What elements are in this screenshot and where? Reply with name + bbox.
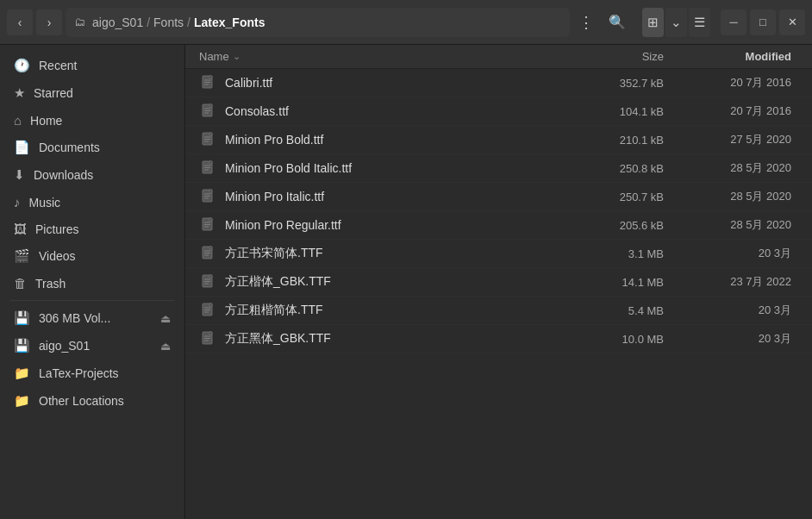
- file-size: 3.1 MB: [574, 247, 678, 260]
- file-name: Consolas.ttf: [225, 104, 574, 118]
- folder-icon: 🗂: [74, 16, 85, 28]
- file-size: 352.7 kB: [574, 77, 678, 90]
- sidebar-icon-aigo: 💾: [14, 338, 30, 353]
- file-name: 方正书宋简体.TTF: [225, 246, 574, 261]
- sidebar-icon-videos: 🎬: [14, 248, 30, 264]
- file-type-icon: [199, 244, 218, 263]
- sidebar-icon-trash: 🗑: [14, 276, 27, 291]
- sidebar-icon-recent: 🕐: [14, 58, 30, 73]
- file-type-icon: [199, 102, 218, 121]
- sidebar-item-pictures[interactable]: 🖼Pictures: [0, 216, 184, 242]
- table-row[interactable]: 方正书宋简体.TTF3.1 MB20 3月: [185, 240, 812, 268]
- grid-view-button[interactable]: ⊞: [642, 8, 664, 37]
- sidebar-icon-downloads: ⬇: [14, 167, 25, 183]
- file-name: 方正楷体_GBK.TTF: [225, 274, 574, 290]
- sidebar-label-volume: 306 MB Vol...: [39, 311, 110, 325]
- svg-rect-1: [209, 76, 212, 78]
- column-modified[interactable]: Modified: [678, 50, 798, 63]
- sidebar-item-volume[interactable]: 💾306 MB Vol...⏏: [0, 304, 184, 332]
- table-row[interactable]: Consolas.ttf104.1 kB20 7月 2016: [185, 97, 812, 126]
- sidebar-icon-home: ⌂: [14, 113, 22, 128]
- sidebar-item-videos[interactable]: 🎬Videos: [0, 242, 184, 270]
- sidebar-item-starred[interactable]: ★Starred: [0, 79, 184, 107]
- table-row[interactable]: 方正楷体_GBK.TTF14.1 MB23 7月 2022: [185, 268, 812, 297]
- window-controls: ─ □ ✕: [721, 9, 805, 35]
- sidebar-label-music: Music: [29, 196, 61, 209]
- breadcrumb-sep-1: /: [187, 16, 191, 29]
- file-type-icon: [199, 130, 218, 149]
- file-size: 104.1 kB: [574, 105, 678, 118]
- forward-button[interactable]: ›: [36, 9, 62, 35]
- search-button[interactable]: 🔍: [603, 8, 632, 37]
- table-row[interactable]: Minion Pro Bold.ttf210.1 kB27 5月 2020: [185, 126, 812, 154]
- file-size: 210.1 kB: [574, 134, 678, 147]
- view-controls: ⊞ ⌄ ☰: [642, 8, 710, 37]
- close-button[interactable]: ✕: [779, 9, 805, 35]
- sidebar-label-recent: Recent: [39, 59, 77, 72]
- sidebar-item-home[interactable]: ⌂Home: [0, 107, 184, 134]
- file-modified: 28 5月 2020: [678, 217, 798, 233]
- table-row[interactable]: Minion Pro Italic.ttf250.7 kB28 5月 2020: [185, 183, 812, 211]
- breadcrumb: 🗂 aigo_S01 / Fonts / Latex_Fonts: [66, 8, 570, 37]
- sidebar-item-recent[interactable]: 🕐Recent: [0, 52, 184, 79]
- sidebar-item-music[interactable]: ♪Music: [0, 189, 184, 216]
- column-name[interactable]: Name ⌄: [199, 50, 574, 63]
- sidebar-item-documents[interactable]: 📄Documents: [0, 134, 184, 161]
- breadcrumb-segment-0[interactable]: aigo_S01: [92, 16, 143, 29]
- column-size[interactable]: Size: [574, 50, 678, 63]
- sidebar-item-trash[interactable]: 🗑Trash: [0, 270, 184, 297]
- svg-rect-41: [209, 303, 212, 306]
- column-name-label: Name: [199, 50, 229, 63]
- file-type-icon: [199, 216, 218, 234]
- file-modified: 28 5月 2020: [678, 160, 798, 176]
- sidebar-divider: [10, 300, 174, 301]
- file-name: Minion Pro Regular.ttf: [225, 218, 574, 232]
- breadcrumb-segment-1[interactable]: Fonts: [153, 16, 184, 29]
- file-name: Calibri.ttf: [225, 76, 574, 90]
- table-row[interactable]: Minion Pro Regular.ttf205.6 kB28 5月 2020: [185, 211, 812, 240]
- sidebar-icon-music: ♪: [14, 195, 21, 209]
- maximize-button[interactable]: □: [750, 9, 776, 35]
- file-type-icon: [199, 187, 218, 206]
- sidebar-label-pictures: Pictures: [35, 222, 79, 236]
- file-type-icon: [199, 301, 218, 320]
- file-type-icon: [199, 272, 218, 291]
- breadcrumb-segment-2: Latex_Fonts: [194, 16, 265, 29]
- sidebar-icon-pictures: 🖼: [14, 222, 27, 236]
- file-size: 10.0 MB: [574, 333, 678, 346]
- file-name: 方正粗楷简体.TTF: [225, 303, 574, 318]
- sidebar-item-other[interactable]: 📁Other Locations: [0, 387, 184, 415]
- sidebar-label-starred: Starred: [34, 86, 73, 100]
- back-button[interactable]: ‹: [7, 9, 33, 35]
- table-row[interactable]: 方正粗楷简体.TTF5.4 MB20 3月: [185, 297, 812, 325]
- sidebar-item-downloads[interactable]: ⬇Downloads: [0, 161, 184, 189]
- file-size: 250.7 kB: [574, 191, 678, 203]
- sidebar-item-latex[interactable]: 📁LaTex-Projects: [0, 360, 184, 387]
- sidebar-label-downloads: Downloads: [34, 168, 93, 182]
- sidebar-label-latex: LaTex-Projects: [39, 366, 119, 380]
- view-chevron-button[interactable]: ⌄: [665, 8, 687, 37]
- eject-icon-aigo[interactable]: ⏏: [160, 340, 171, 353]
- sidebar: 🕐Recent★Starred⌂Home📄Documents⬇Downloads…: [0, 45, 185, 519]
- eject-icon-volume[interactable]: ⏏: [160, 312, 171, 325]
- main-area: 🕐Recent★Starred⌂Home📄Documents⬇Downloads…: [0, 45, 812, 519]
- more-options-button[interactable]: ⋮: [573, 9, 599, 35]
- file-name: Minion Pro Bold Italic.ttf: [225, 161, 574, 175]
- sidebar-icon-documents: 📄: [14, 140, 30, 155]
- file-type-icon: [199, 159, 218, 178]
- table-row[interactable]: Minion Pro Bold Italic.ttf250.8 kB28 5月 …: [185, 154, 812, 183]
- svg-rect-6: [209, 104, 212, 107]
- list-view-button[interactable]: ☰: [689, 8, 710, 37]
- breadcrumb-sep-0: /: [147, 16, 150, 29]
- svg-rect-36: [209, 275, 212, 278]
- sidebar-item-aigo[interactable]: 💾aigo_S01⏏: [0, 332, 184, 360]
- file-modified: 20 3月: [678, 246, 798, 261]
- table-row[interactable]: 方正黑体_GBK.TTF10.0 MB20 3月: [185, 325, 812, 353]
- sidebar-label-documents: Documents: [39, 141, 100, 154]
- sidebar-icon-volume: 💾: [14, 310, 30, 326]
- sidebar-label-videos: Videos: [39, 249, 76, 263]
- sidebar-label-other: Other Locations: [39, 394, 124, 408]
- table-row[interactable]: Calibri.ttf352.7 kB20 7月 2016: [185, 69, 812, 97]
- file-list: Name ⌄ Size Modified Calibri.ttf352.7 kB…: [185, 45, 812, 519]
- minimize-button[interactable]: ─: [721, 9, 746, 35]
